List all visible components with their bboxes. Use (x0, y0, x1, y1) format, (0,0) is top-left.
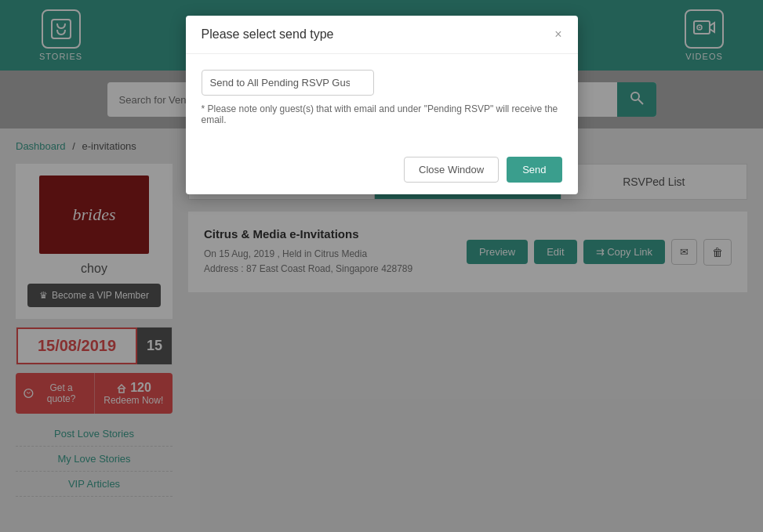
modal-footer: Close Window Send (186, 145, 578, 194)
modal-title: Please select send type (202, 27, 334, 42)
select-wrapper: Send to All Pending RSVP GustsSend to Al… (202, 70, 562, 96)
modal-header: Please select send type × (186, 16, 578, 54)
modal-dialog: Please select send type × Send to All Pe… (186, 16, 578, 194)
background-page: STORIES VIDEOS (0, 0, 763, 532)
send-button[interactable]: Send (507, 157, 561, 183)
send-type-select[interactable]: Send to All Pending RSVP GustsSend to Al… (202, 70, 374, 96)
modal-note: * Please note only guest(s) that with em… (202, 103, 562, 125)
close-window-button[interactable]: Close Window (404, 157, 499, 183)
modal-close-x[interactable]: × (554, 27, 561, 42)
modal-body: Send to All Pending RSVP GustsSend to Al… (186, 54, 578, 145)
